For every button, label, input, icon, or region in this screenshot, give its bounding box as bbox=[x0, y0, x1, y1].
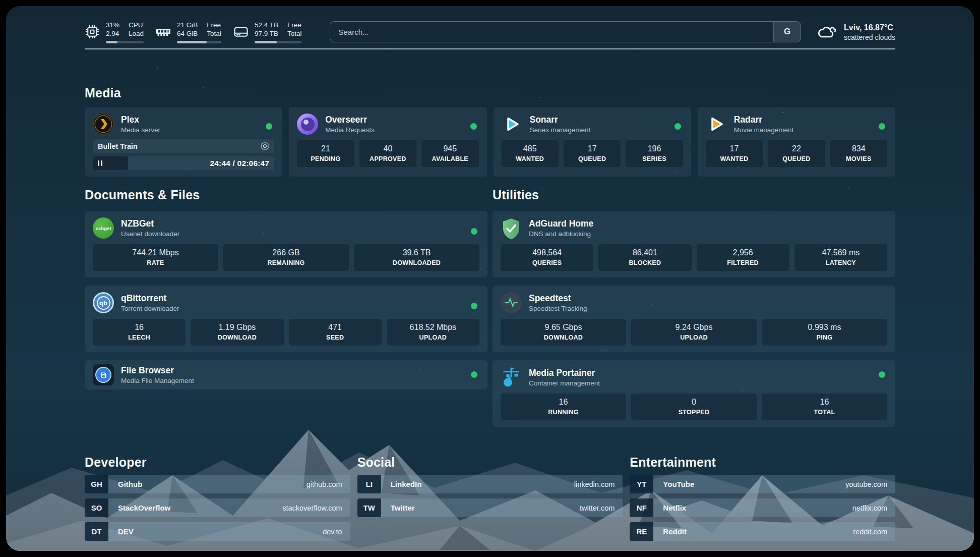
disk-progress-bar bbox=[255, 41, 302, 43]
app-name: Media Portainer bbox=[529, 367, 600, 378]
link-abbr: DT bbox=[85, 522, 108, 541]
app-description: Container management bbox=[529, 379, 600, 388]
overseerr-logo-icon bbox=[297, 114, 318, 135]
top-bar: 31% 2.94 CPU Load bbox=[85, 17, 895, 46]
link-netflix[interactable]: NF Netflix netflix.com bbox=[630, 498, 895, 517]
link-url: twitter.com bbox=[580, 504, 615, 512]
now-playing-row: Bullet Train bbox=[93, 139, 274, 153]
link-url: netflix.com bbox=[852, 504, 887, 512]
memory-icon bbox=[156, 24, 171, 39]
stat-box: 744.21 Mbps RATE bbox=[93, 244, 218, 271]
link-dev[interactable]: DT DEV dev.to bbox=[85, 522, 350, 541]
link-url: youtube.com bbox=[845, 480, 887, 488]
app-description: Usenet downloader bbox=[121, 230, 179, 239]
cpu-label-top: CPU bbox=[129, 21, 144, 29]
stat-box: 86,401 BLOCKED bbox=[598, 244, 691, 271]
disk-total-value: 97.9 TB bbox=[255, 29, 278, 38]
app-card-speedtest[interactable]: Speedtest Speedtest Tracking 9.65 Gbps D… bbox=[493, 286, 895, 352]
link-name: Reddit bbox=[663, 527, 687, 536]
stat-box: 471 SEED bbox=[289, 319, 382, 346]
status-dot bbox=[470, 123, 477, 130]
stat-box: 498,564 QUERIES bbox=[501, 244, 593, 271]
weather-condition: scattered clouds bbox=[844, 33, 895, 42]
app-card-plex[interactable]: Plex Media server Bullet Train bbox=[85, 107, 282, 177]
adguard-logo-icon bbox=[501, 217, 522, 239]
radarr-logo-icon bbox=[706, 114, 727, 135]
scattered-clouds-icon bbox=[817, 24, 837, 40]
link-abbr: NF bbox=[630, 498, 653, 517]
app-card-qbittorrent[interactable]: qb qBittorrent Torrent downloader 16 LEE… bbox=[85, 286, 487, 352]
link-name: DEV bbox=[118, 527, 134, 536]
link-stackoverflow[interactable]: SO StackOverflow stackoverflow.com bbox=[85, 498, 350, 517]
playback-time: 24:44 / 02:06:47 bbox=[210, 159, 269, 168]
stat-box: 16 RUNNING bbox=[501, 394, 626, 420]
link-youtube[interactable]: YT YouTube youtube.com bbox=[630, 475, 895, 493]
stat-box: 21 PENDING bbox=[297, 140, 354, 167]
link-github[interactable]: GH Github github.com bbox=[85, 475, 350, 493]
weather-widget: Lviv, 16.87°C scattered clouds bbox=[817, 22, 895, 42]
app-card-sonarr[interactable]: Sonarr Series management 485 WANTED 17 Q… bbox=[494, 107, 691, 177]
stat-box: 17 WANTED bbox=[706, 140, 763, 167]
topbar-divider bbox=[85, 48, 895, 49]
search-engine-button[interactable]: G bbox=[773, 22, 801, 42]
app-name: AdGuard Home bbox=[529, 218, 593, 229]
app-name: Overseerr bbox=[325, 114, 375, 125]
app-card-portainer[interactable]: Media Portainer Container management 16 … bbox=[493, 360, 895, 427]
app-description: Media server bbox=[121, 126, 160, 135]
cpu-progress-bar bbox=[106, 41, 144, 43]
stat-box: 40 APPROVED bbox=[359, 140, 416, 167]
app-name: File Browser bbox=[121, 365, 194, 376]
portainer-logo-icon bbox=[501, 367, 522, 388]
weather-location-temp: Lviv, 16.87°C bbox=[844, 22, 895, 33]
section-title-documents: Documents & Files bbox=[85, 188, 487, 202]
cpu-load-value: 2.94 bbox=[106, 29, 119, 38]
link-name: Github bbox=[118, 480, 142, 488]
now-playing-media-icon bbox=[261, 142, 269, 150]
link-reddit[interactable]: RE Reddit reddit.com bbox=[630, 522, 895, 541]
stat-box: 834 MOVIES bbox=[830, 140, 887, 167]
status-dot bbox=[675, 123, 681, 130]
status-dot bbox=[879, 123, 885, 130]
stat-box: 1.19 Gbps DOWNLOAD bbox=[191, 319, 283, 346]
app-description: Torrent downloader bbox=[121, 304, 179, 313]
search-input[interactable] bbox=[330, 22, 773, 42]
link-twitter[interactable]: TW Twitter twitter.com bbox=[357, 498, 623, 517]
stat-box: 9.65 Gbps DOWNLOAD bbox=[501, 319, 626, 346]
qbittorrent-logo-icon: qb bbox=[93, 292, 114, 313]
section-title-social: Social bbox=[357, 455, 623, 470]
status-dot bbox=[879, 371, 885, 378]
plex-logo-icon bbox=[93, 114, 114, 135]
stat-box: 0 STOPPED bbox=[631, 394, 757, 420]
stat-box: 485 WANTED bbox=[502, 140, 559, 167]
status-dot bbox=[471, 303, 477, 309]
section-title-utilities: Utilities bbox=[493, 188, 895, 202]
link-linkedin[interactable]: LI LinkedIn linkedin.com bbox=[357, 475, 623, 493]
disk-label-bottom: Total bbox=[287, 29, 302, 38]
nzbget-logo-icon: nzbget bbox=[93, 217, 114, 239]
app-card-filebrowser[interactable]: File Browser Media File Management bbox=[85, 360, 487, 389]
app-card-nzbget[interactable]: nzbget NZBGet Usenet downloader 744.21 M… bbox=[85, 211, 487, 277]
app-card-overseerr[interactable]: Overseerr Media Requests 21 PENDING 40 A… bbox=[289, 107, 486, 177]
stat-box: 196 SERIES bbox=[626, 140, 683, 167]
app-name: Speedtest bbox=[529, 293, 587, 304]
app-card-radarr[interactable]: Radarr Movie management 17 WANTED 22 QUE… bbox=[698, 107, 895, 177]
stat-box: 17 QUEUED bbox=[564, 140, 621, 167]
stat-box: 945 AVAILABLE bbox=[421, 140, 478, 167]
memory-label-bottom: Total bbox=[207, 29, 221, 38]
disk-label-top: Free bbox=[287, 21, 302, 29]
stat-box: 618.52 Mbps UPLOAD bbox=[387, 319, 479, 346]
playback-progress-bar: 24:44 / 02:06:47 bbox=[93, 156, 274, 170]
stat-box: 2,956 FILTERED bbox=[697, 244, 789, 271]
cpu-icon bbox=[85, 24, 100, 39]
app-description: DNS and adblocking bbox=[529, 230, 593, 239]
app-description: Speedtest Tracking bbox=[529, 304, 587, 313]
link-abbr: TW bbox=[357, 498, 381, 517]
app-name: qBittorrent bbox=[121, 293, 179, 304]
section-title-media: Media bbox=[85, 86, 895, 100]
link-abbr: RE bbox=[630, 522, 653, 541]
app-card-adguard[interactable]: AdGuard Home DNS and adblocking 498,564 … bbox=[493, 211, 895, 277]
filebrowser-logo-icon bbox=[93, 364, 114, 385]
link-abbr: YT bbox=[630, 475, 653, 493]
stat-box: 22 QUEUED bbox=[768, 140, 825, 167]
disk-stat-widget: 52.4 TB 97.9 TB Free Total bbox=[233, 21, 302, 43]
